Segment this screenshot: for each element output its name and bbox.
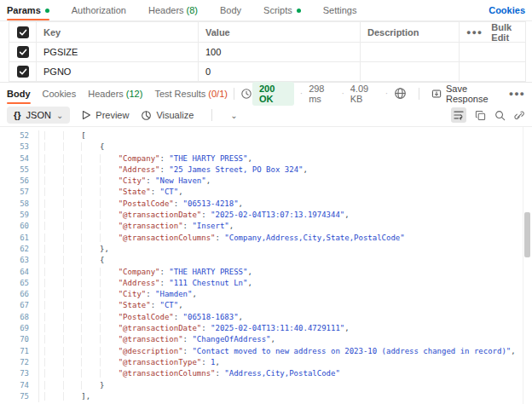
gutter — [29, 346, 39, 357]
line-number: 72 — [0, 357, 29, 368]
param-key-cell[interactable]: PGSIZE — [37, 43, 199, 62]
line-number: 75 — [0, 391, 29, 402]
request-tabs-list: ParamsAuthorizationHeaders(8)BodyScripts… — [7, 0, 356, 20]
response-tab-cookies[interactable]: Cookies — [43, 83, 77, 104]
braces-icon: {} — [14, 110, 21, 120]
code-line: 61 "@transactionColumns": "Company,Addre… — [0, 233, 532, 244]
code-text: "City": "Hamden", — [39, 289, 197, 300]
select-all-checkbox[interactable] — [17, 26, 29, 38]
request-tab-headers[interactable]: Headers(8) — [148, 0, 198, 20]
response-more-actions-icon[interactable]: ●●● — [509, 89, 525, 98]
line-number: 63 — [0, 255, 29, 266]
gutter — [29, 199, 39, 210]
format-dropdown[interactable]: {} JSON ⌄ — [7, 107, 70, 124]
code-line: 65 "Address": "111 Chestnut Ln", — [0, 278, 532, 289]
code-text: "@transactionColumns": "Company,Address,… — [39, 233, 405, 244]
row-actions-cell — [460, 62, 525, 81]
tab-label: Headers — [88, 89, 124, 99]
response-meta: 200 OK · 298 ms · 4.09 KB · Save Respons… — [252, 82, 525, 106]
request-tab-body[interactable]: Body — [220, 0, 241, 20]
response-history-button[interactable] — [240, 88, 252, 100]
bulk-edit-button[interactable]: Bulk Edit — [491, 22, 515, 43]
response-toolbar: {} JSON ⌄ Preview Visualize ⌄ — [0, 104, 532, 127]
tab-label: Test Results — [154, 89, 205, 99]
response-tab-body[interactable]: Body — [7, 83, 31, 104]
code-text: "Company": "THE HARTY PRESS", — [39, 153, 252, 164]
line-number: 53 — [0, 141, 29, 153]
scrollbar-track[interactable] — [523, 127, 532, 404]
request-tab-bar: ParamsAuthorizationHeaders(8)BodyScripts… — [0, 0, 532, 21]
code-line: 70 "@transaction": "ChangeOfAddress", — [0, 334, 532, 345]
code-text: "PostalCode": "06518-1683", — [39, 312, 243, 323]
separator — [211, 109, 212, 121]
param-value-cell[interactable]: 0 — [199, 62, 361, 81]
tab-label: Body — [7, 89, 31, 99]
link-button[interactable] — [514, 110, 525, 121]
column-header-value: Value — [199, 22, 361, 43]
checkbox-checked-icon — [19, 67, 27, 76]
bulk-edit-cell: ●●● Bulk Edit — [460, 22, 525, 43]
copy-button[interactable] — [475, 110, 486, 121]
request-tab-scripts[interactable]: Scripts — [263, 0, 301, 20]
param-description-cell[interactable] — [361, 62, 460, 81]
dot-separator: · — [341, 89, 344, 98]
request-tab-authorization[interactable]: Authorization — [72, 0, 126, 20]
gutter — [29, 289, 39, 300]
request-tab-settings[interactable]: Settings — [323, 0, 357, 20]
preview-button[interactable]: Preview — [82, 110, 129, 120]
code-line: 54 "Company": "THE HARTY PRESS", — [0, 153, 532, 164]
clock-history-icon — [240, 88, 252, 100]
code-line: 68 "PostalCode": "06518-1683", — [0, 312, 532, 323]
response-tab-test-results[interactable]: Test Results(0/1) — [154, 83, 228, 104]
code-text: "@transactionColumns": "Address,City,Pos… — [39, 368, 340, 379]
params-table: Key Value Description ●●● Bulk Edit PGSI… — [9, 21, 526, 82]
code-text: }, — [39, 244, 109, 255]
cookies-link[interactable]: Cookies — [489, 5, 525, 15]
gutter — [29, 210, 39, 221]
row-actions-cell — [460, 43, 525, 62]
param-value-cell[interactable]: 100 — [199, 43, 361, 62]
wrap-text-button[interactable] — [451, 107, 466, 123]
gutter — [29, 141, 39, 153]
response-body-viewer: 52 [53 {54 "Company": "THE HARTY PRESS",… — [0, 127, 532, 404]
gutter — [29, 380, 39, 391]
globe-icon — [394, 87, 407, 100]
row-checkbox[interactable] — [17, 66, 29, 78]
toolbar-left: {} JSON ⌄ Preview Visualize ⌄ — [7, 107, 238, 124]
visualize-button[interactable]: Visualize — [141, 110, 194, 121]
row-checkbox[interactable] — [17, 46, 29, 58]
gutter — [29, 334, 39, 345]
code-line: 53 { — [0, 141, 532, 153]
gutter — [29, 153, 39, 164]
network-info-button[interactable] — [394, 87, 407, 100]
save-response-label: Save Response — [446, 84, 503, 104]
search-button[interactable] — [494, 110, 506, 121]
line-number: 69 — [0, 323, 29, 334]
gutter — [29, 176, 39, 187]
request-tab-params[interactable]: Params — [7, 0, 49, 20]
line-number: 54 — [0, 153, 29, 164]
line-number: 56 — [0, 176, 29, 187]
column-options-icon[interactable]: ●●● — [466, 28, 483, 37]
chevron-down-icon[interactable]: ⌄ — [230, 111, 237, 120]
wrap-text-icon — [453, 109, 465, 121]
code-line: 58 "PostalCode": "06513-4218", — [0, 199, 532, 210]
code-line: 62 }, — [0, 244, 532, 255]
gutter — [29, 244, 39, 255]
checkbox-checked-icon — [19, 48, 27, 56]
code-text: "Company": "THE HARTY PRESS", — [39, 267, 252, 278]
line-number: 62 — [0, 244, 29, 255]
response-size: 4.09 KB — [350, 84, 379, 104]
param-description-cell[interactable] — [361, 43, 460, 62]
scrollbar-thumb[interactable] — [524, 212, 530, 257]
tab-label: Params — [7, 5, 41, 15]
save-response-button[interactable]: Save Response — [431, 84, 503, 104]
code-line: 63 { — [0, 255, 532, 266]
line-number: 67 — [0, 300, 29, 311]
code-text: "@transaction": "Insert", — [39, 221, 234, 232]
response-tab-headers[interactable]: Headers(12) — [88, 83, 142, 104]
line-number: 60 — [0, 221, 29, 232]
param-key-cell[interactable]: PGNO — [37, 62, 199, 81]
gutter — [29, 278, 39, 289]
code-line: 59 "@transactionDate": "2025-02-04T13:07… — [0, 210, 532, 221]
